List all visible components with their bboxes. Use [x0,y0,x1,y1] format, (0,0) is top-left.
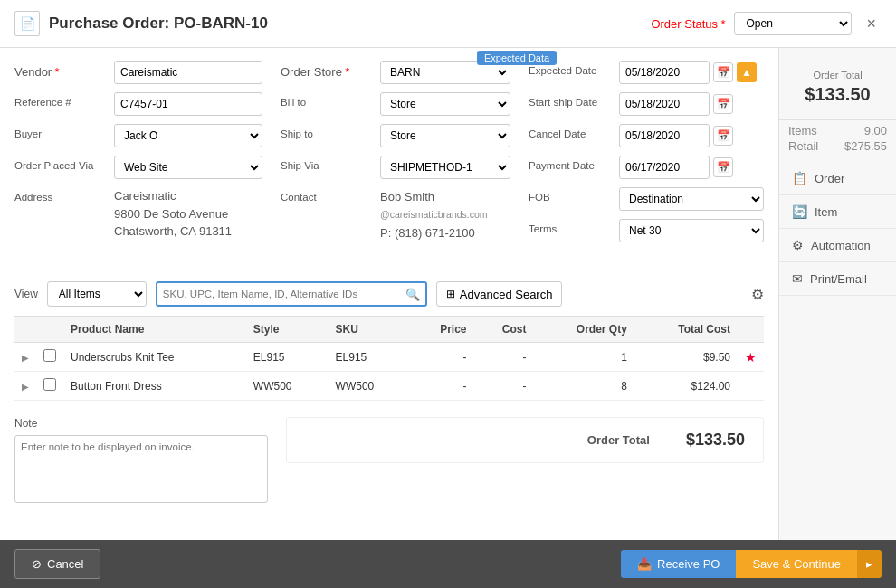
order-store-select[interactable]: BARN [380,61,510,84]
payment-date-label: Payment Date [529,156,619,171]
sidebar-items-row: Items 9.00 [779,120,896,138]
cancel-date-label: Cancel Date [529,124,619,139]
terms-select[interactable]: Net 30 [619,219,764,242]
form-col-1: Vendor * Reference # Buyer Jack O [14,61,262,251]
modal-header: 📄 Purchase Order: PO-BARN-10 Order Statu… [0,0,896,48]
expected-date-action-btn[interactable]: ▲ [737,62,757,82]
total-cost-cell: $124.00 [634,372,738,401]
sidebar-total-amount: $133.50 [788,84,887,105]
page-title: Purchase Order: PO-BARN-10 [49,14,268,33]
style-cell: WW500 [246,372,329,401]
start-ship-calendar-icon[interactable]: 📅 [713,94,733,114]
receive-po-icon: 📥 [637,557,652,571]
sidebar-order-total: Order Total $133.50 [779,57,896,120]
main-content: Vendor * Reference # Buyer Jack O [0,48,778,540]
note-textarea[interactable] [14,435,268,503]
doc-icon: 📄 [14,11,40,36]
form-col-2: Order Store * BARN Bill to Store Ship to [281,61,510,251]
vendor-input[interactable] [114,61,262,84]
sidebar-retail-label: Retail [788,139,818,153]
sidebar-item-automation[interactable]: ⚙ Automation [779,229,896,262]
expected-date-label: Expected Date [529,61,619,76]
col-price: Price [410,317,473,343]
calendar-icon[interactable]: 📅 [713,62,733,82]
cancel-button[interactable]: ⊘ Cancel [14,549,100,579]
sidebar-items-value: 9.00 [864,124,887,138]
order-total-box: Order Total $133.50 [286,417,764,463]
modal-body: Vendor * Reference # Buyer Jack O [0,48,896,540]
col-total-cost: Total Cost [634,317,738,343]
bill-to-label: Bill to [281,92,380,108]
order-total-amount: $133.50 [686,431,745,450]
ship-via-select[interactable]: SHIPMETHOD-1 [380,156,510,179]
order-qty-cell: 1 [533,343,634,372]
ship-to-label: Ship to [281,124,380,139]
order-status-select[interactable]: Open [734,12,852,35]
product-name-cell: Button Front Dress [63,372,246,401]
cost-cell: - [473,343,533,372]
row-checkbox[interactable] [43,378,56,391]
sidebar-nav: 📋 Order 🔄 Item ⚙ Automation ✉ Print/Emai… [779,162,896,296]
sidebar-item-item[interactable]: 🔄 Item [779,195,896,229]
automation-icon: ⚙ [792,238,804,252]
search-icon: 🔍 [405,288,420,301]
form-section: Vendor * Reference # Buyer Jack O [14,61,764,251]
price-cell: - [410,372,473,401]
table-row: ▶ Underscrubs Knit Tee EL915 EL915 - - 1… [14,343,764,372]
cancel-date-input[interactable] [619,124,710,147]
reference-label: Reference # [14,92,114,108]
contact-label: Contact [281,187,380,203]
advanced-search-button[interactable]: ⊞ Advanced Search [436,281,563,307]
sidebar-order-label: Order [815,172,844,185]
fob-select[interactable]: Destination [619,187,764,211]
table-row: ▶ Button Front Dress WW500 WW500 - - 8 $… [14,372,764,401]
sidebar-item-print-email[interactable]: ✉ Print/Email [779,262,896,296]
expand-arrow[interactable]: ▶ [22,382,29,392]
sidebar-retail-value: $275.55 [844,139,887,153]
settings-button[interactable]: ⚙ [751,286,764,303]
row-checkbox[interactable] [43,349,56,362]
order-placed-select[interactable]: Web Site [114,156,262,179]
expected-date-input[interactable] [619,61,710,84]
note-section: Note Order Total $133.50 [14,417,764,506]
star-icon[interactable]: ★ [745,350,757,365]
start-ship-input[interactable] [619,92,710,116]
buyer-select[interactable]: Jack O [114,124,262,147]
order-total-label: Order Total [587,433,650,447]
print-email-icon: ✉ [792,271,803,286]
close-button[interactable]: × [861,14,882,33]
total-cost-cell: $9.50 [634,343,738,372]
receive-po-button[interactable]: 📥 Receive PO [621,550,736,578]
start-ship-label: Start ship Date [529,92,619,108]
payment-date-input[interactable] [619,156,710,179]
search-input[interactable] [163,289,405,299]
buyer-label: Buyer [14,124,114,139]
ship-to-select[interactable]: Store [380,124,510,147]
save-arrow-button[interactable]: ▸ [857,550,882,578]
reference-input[interactable] [114,92,262,116]
form-col-3: Expected Date 📅 ▲ Start ship Date 📅 [529,61,764,251]
modal-footer: ⊘ Cancel 📥 Receive PO Save & Continue ▸ [0,540,896,588]
sidebar-item-label: Item [815,205,837,219]
col-style: Style [246,317,329,343]
cost-cell: - [473,372,533,401]
sidebar-print-email-label: Print/Email [810,272,867,286]
bill-to-select[interactable]: Store [380,92,510,116]
sidebar-item-order[interactable]: 📋 Order [779,162,896,195]
order-placed-label: Order Placed Via [14,156,114,171]
save-continue-button[interactable]: Save & Continue [736,550,857,578]
view-select[interactable]: All Items [47,281,147,307]
sidebar-automation-label: Automation [811,239,871,252]
advanced-search-icon: ⊞ [446,288,455,300]
expand-arrow[interactable]: ▶ [22,353,29,363]
order-status-label: Order Status * [651,17,725,31]
view-label: View [14,288,38,300]
cancel-date-calendar-icon[interactable]: 📅 [713,126,733,146]
item-icon: 🔄 [792,204,807,219]
col-product-name: Product Name [63,317,246,343]
col-order-qty: Order Qty [533,317,634,343]
payment-date-calendar-icon[interactable]: 📅 [713,157,733,177]
address-label: Address [14,187,114,203]
items-toolbar: View All Items 🔍 ⊞ Advanced Search ⚙ [14,281,764,307]
cancel-icon: ⊘ [32,557,42,571]
